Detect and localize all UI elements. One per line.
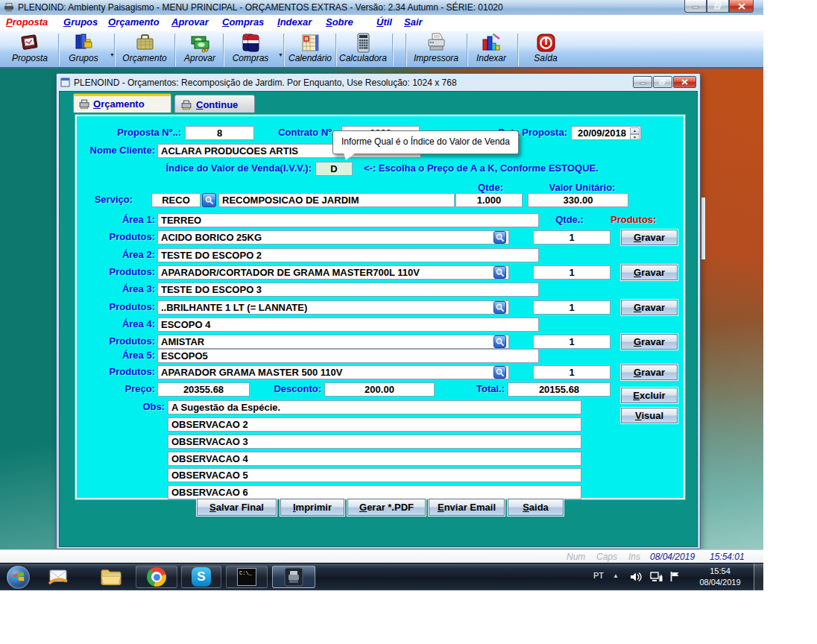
enviar-email-button[interactable]: Enviar Email <box>429 499 505 516</box>
gravar-button[interactable]: Gravar <box>621 230 678 245</box>
taskbar-chrome-button[interactable] <box>136 566 177 588</box>
taskbar-skype-button[interactable]: S <box>181 566 221 588</box>
menu-sobre[interactable]: Sobre <box>326 16 353 28</box>
salvar-final-button[interactable]: Salvar Final <box>197 499 277 516</box>
menu-util[interactable]: Útil <box>376 16 392 28</box>
taskbar-plenoind-button[interactable] <box>272 566 315 588</box>
restore-button[interactable] <box>707 0 729 13</box>
minimize-button[interactable] <box>684 0 707 13</box>
obs-field[interactable]: OBSERVACAO 2 <box>168 417 581 432</box>
taskbar-clock[interactable]: 15:54 08/04/2019 <box>690 566 751 588</box>
gravar-button[interactable]: Gravar <box>621 364 678 380</box>
menu-compras[interactable]: Compras <box>222 16 264 28</box>
tray-expand-icon[interactable]: ▲ <box>613 572 619 579</box>
servico-code-field[interactable]: RECO <box>151 193 201 207</box>
chrome-icon <box>147 567 166 587</box>
toolbar-proposta-button[interactable]: Proposta <box>4 32 55 67</box>
date-spinner[interactable]: ▲▼ <box>630 127 640 139</box>
search-icon <box>495 367 505 377</box>
produto-qtde-field[interactable]: 1 <box>533 300 611 315</box>
toolbar-orcamento-button[interactable]: Orçamento <box>116 32 173 67</box>
child-minimize-button[interactable] <box>633 76 652 88</box>
servico-valor-field[interactable]: 330.00 <box>528 193 628 207</box>
network-icon[interactable] <box>650 572 663 585</box>
tab-continue[interactable]: Continue <box>174 95 255 113</box>
produto-lookup-button[interactable] <box>493 366 506 379</box>
taskbar-mail-button[interactable] <box>48 567 69 587</box>
servico-qtde-field[interactable]: 1.000 <box>455 193 523 207</box>
action-center-flag-icon[interactable] <box>670 571 680 585</box>
taskbar: S C:\_ PT ▲ 15:54 08/04/2019 <box>0 563 763 590</box>
toolbar-calculadora-button[interactable]: Calculadora <box>337 32 389 67</box>
gravar-button[interactable]: Gravar <box>621 300 678 315</box>
menu-indexar[interactable]: Indexar <box>277 16 312 28</box>
child-close-button[interactable] <box>673 76 696 88</box>
produto-qtde-field[interactable]: 1 <box>533 335 611 349</box>
toolbar-grupos-button[interactable]: Grupos <box>60 32 107 67</box>
total-field[interactable]: 20155.68 <box>508 382 611 397</box>
toolbar-calendario-button[interactable]: Calendário <box>286 32 334 67</box>
produto-qtde-field[interactable]: 1 <box>533 365 611 379</box>
area-field[interactable]: ESCOPO5 <box>157 349 539 363</box>
produto-lookup-button[interactable] <box>493 266 506 279</box>
compras-dropdown-icon[interactable]: ▼ <box>278 52 283 57</box>
gravar-button[interactable]: Gravar <box>621 334 678 350</box>
saida-button[interactable]: Saida <box>508 499 564 516</box>
desconto-field[interactable]: 200.00 <box>324 382 435 397</box>
produto-lookup-button[interactable] <box>493 301 506 314</box>
servico-lookup-button[interactable] <box>202 193 216 207</box>
toolbar-compras-button[interactable]: Compras <box>225 32 276 67</box>
language-indicator[interactable]: PT <box>593 571 604 580</box>
area-field[interactable]: TESTE DO ESCOPO 2 <box>157 248 539 262</box>
start-button[interactable] <box>7 566 30 589</box>
toolbar-aprovar-button[interactable]: Aprovar <box>177 32 222 67</box>
gerar-pdf-button[interactable]: Gerar *.PDF <box>347 499 426 516</box>
show-desktop-button[interactable] <box>754 564 763 590</box>
menu-bar: Proposta Grupos Orçamento Aprovar Compra… <box>0 15 763 32</box>
produto-qtde-field[interactable]: 1 <box>533 265 611 280</box>
produto-field[interactable]: APARADOR/CORTADOR DE GRAMA MASTER700L 11… <box>157 265 509 280</box>
preco-field[interactable]: 20355.68 <box>157 382 250 397</box>
spinner-up-icon[interactable]: ▲ <box>630 127 640 134</box>
menu-aprovar[interactable]: Aprovar <box>171 16 209 28</box>
obs-field[interactable]: OBSERVACAO 5 <box>168 468 581 482</box>
produto-lookup-button[interactable] <box>493 231 506 244</box>
toolbar-saida-button[interactable]: Saída <box>522 32 570 67</box>
visual-button[interactable]: Visual <box>621 408 678 423</box>
obs-field[interactable]: OBSERVACAO 4 <box>168 452 581 466</box>
close-button[interactable] <box>729 0 754 13</box>
folder-icon <box>100 567 122 587</box>
taskbar-explorer-button[interactable] <box>100 567 122 587</box>
menu-orcamento[interactable]: Orçamento <box>108 16 160 28</box>
menu-proposta[interactable]: Proposta <box>6 16 48 28</box>
menu-grupos[interactable]: Grupos <box>63 16 98 28</box>
toolbar-proposta-label: Proposta <box>4 53 55 63</box>
area-field[interactable]: TESTE DO ESCOPO 3 <box>157 282 539 297</box>
taskbar-cmd-button[interactable]: C:\_ <box>226 566 268 588</box>
proposta-number-field[interactable]: 8 <box>185 126 254 140</box>
tab-orcamento[interactable]: Orçamento <box>73 93 171 113</box>
area-field[interactable]: ESCOPO 4 <box>157 318 539 332</box>
produto-field[interactable]: ..BRILHANTE 1 LT (= LANNATE) <box>157 300 509 315</box>
toolbar-indexar-button[interactable]: Indexar <box>470 32 513 67</box>
child-restore-button[interactable] <box>653 76 672 88</box>
produto-qtde-field[interactable]: 1 <box>533 230 611 244</box>
produto-field[interactable]: APARADOR GRAMA MASTER 500 110V <box>157 365 509 379</box>
produto-field[interactable]: ACIDO BORICO 25KG <box>157 230 509 244</box>
imprimir-button[interactable]: Imprimir <box>280 499 344 516</box>
ivv-field[interactable]: D <box>315 162 353 176</box>
obs-field[interactable]: OBSERVACAO 6 <box>168 485 581 499</box>
produto-field[interactable]: AMISTAR <box>157 335 509 349</box>
obs-field[interactable]: A Sugestão da Espécie. <box>168 400 581 414</box>
produto-lookup-button[interactable] <box>493 335 506 348</box>
area-field[interactable]: TERREO <box>157 213 539 227</box>
spinner-down-icon[interactable]: ▼ <box>630 134 640 140</box>
servico-desc-field[interactable]: RECOMPOSICAO DE JARDIM <box>218 193 455 207</box>
obs-field[interactable]: OBSERVACAO 3 <box>168 435 581 449</box>
menu-sair[interactable]: Sair <box>404 16 423 28</box>
data-proposta-field[interactable]: 20/09/2018 ▲▼ <box>571 126 641 140</box>
toolbar-impressora-button[interactable]: Impressora <box>408 32 464 67</box>
volume-icon[interactable] <box>630 572 642 585</box>
excluir-button[interactable]: Excluir <box>621 388 678 403</box>
gravar-button[interactable]: Gravar <box>621 265 678 280</box>
